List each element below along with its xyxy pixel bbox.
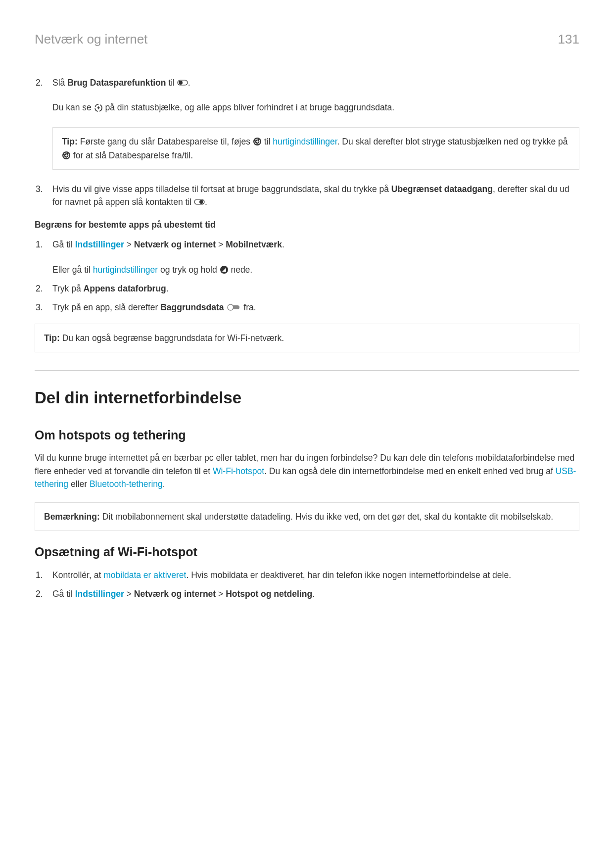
quick-settings-link[interactable]: hurtigindstillinger	[93, 265, 158, 275]
list-number: 2.	[35, 587, 52, 600]
text: . Du kan også dele din internetforbindel…	[264, 466, 556, 476]
text: Første gang du slår Databesparelse til, …	[78, 137, 253, 146]
text: Du kan se	[52, 102, 94, 112]
bluetooth-tethering-link[interactable]: Bluetooth-tethering	[90, 479, 163, 489]
text: >	[124, 240, 134, 249]
text: fra.	[241, 302, 256, 312]
list-number: 2.	[35, 76, 52, 114]
text: .	[205, 197, 207, 207]
ordered-list-2: 1. Gå til Indstillinger > Netværk og int…	[35, 238, 579, 314]
text: Gå til	[52, 589, 75, 599]
text: Eller gå til	[52, 265, 93, 275]
list-content: Gå til Indstillinger > Netværk og intern…	[52, 587, 579, 600]
bold-text: Netværk og internet	[134, 589, 216, 599]
list-content: Tryk på Appens dataforbrug.	[52, 282, 579, 295]
text: >	[124, 589, 134, 599]
bold-text: Ubegrænset dataadgang	[391, 184, 493, 194]
list-number: 3.	[35, 301, 52, 314]
list-content: Gå til Indstillinger > Netværk og intern…	[52, 238, 579, 276]
list-content: Kontrollér, at mobildata er aktiveret. H…	[52, 569, 579, 581]
text: . Hvis mobildata er deaktiveret, har din…	[186, 570, 511, 580]
list-item: 2. Tryk på Appens dataforbrug.	[35, 282, 579, 295]
svg-point-1	[179, 81, 183, 85]
text: Hvis du vil give visse apps tilladelse t…	[52, 184, 391, 194]
sub-paragraph: Eller gå til hurtigindstillinger og tryk…	[52, 263, 579, 276]
text: . Du skal derefter blot stryge statusbjæ…	[337, 137, 568, 146]
toggle-on-icon	[194, 198, 205, 205]
tip-callout: Tip: Første gang du slår Databesparelse …	[52, 127, 579, 170]
ordered-list-1: 2. Slå Brug Datasparefunktion til . Du k…	[35, 76, 579, 114]
text: til	[262, 137, 273, 146]
tip-label: Tip:	[44, 333, 60, 343]
toggle-off-icon	[226, 303, 241, 311]
page-number: 131	[558, 30, 579, 49]
bold-text: Hotspot og netdeling	[226, 589, 312, 599]
ordered-list-1b: 3. Hvis du vil give visse apps tilladels…	[35, 183, 579, 209]
list-item: 3. Hvis du vil give visse apps tilladels…	[35, 183, 579, 209]
note-label: Bemærkning:	[44, 512, 100, 522]
text: Kontrollér, at	[52, 570, 103, 580]
svg-point-12	[228, 305, 233, 310]
heading-1: Del din internetforbindelse	[35, 386, 579, 410]
data-saver-circle-icon	[62, 151, 71, 160]
text: >	[216, 589, 226, 599]
text: Du kan også begrænse baggrundsdata for W…	[60, 333, 284, 343]
heading-2: Opsætning af Wi-Fi-hotspot	[35, 543, 579, 562]
text: .	[282, 240, 284, 249]
list-item: 2. Slå Brug Datasparefunktion til . Du k…	[35, 76, 579, 114]
text: Slå	[52, 78, 67, 88]
text: >	[216, 240, 226, 249]
bold-text: Baggrundsdata	[160, 302, 224, 312]
page-header: Netværk og internet 131	[35, 30, 579, 49]
list-content: Slå Brug Datasparefunktion til . Du kan …	[52, 76, 579, 114]
data-saver-circle-icon	[253, 137, 262, 146]
settings-link[interactable]: Indstillinger	[75, 589, 124, 599]
list-item: 3. Tryk på en app, slå derefter Baggrund…	[35, 301, 579, 314]
quick-settings-link[interactable]: hurtigindstillinger	[273, 137, 337, 146]
section-subheading: Begræns for bestemte apps på ubestemt ti…	[35, 218, 579, 231]
text: for at slå Databesparelse fra/til.	[71, 150, 193, 160]
list-content: Tryk på en app, slå derefter Baggrundsda…	[52, 301, 579, 314]
bold-text: Appens dataforbrug	[84, 284, 166, 293]
text: .	[312, 589, 315, 599]
text: til	[166, 78, 177, 88]
heading-2: Om hotspots og tethering	[35, 426, 579, 445]
ordered-list-3: 1. Kontrollér, at mobildata er aktiveret…	[35, 569, 579, 601]
note-callout: Bemærkning: Dit mobilabonnement skal und…	[35, 502, 579, 531]
text: .	[163, 479, 165, 489]
bold-text: Mobilnetværk	[226, 240, 282, 249]
tip-label: Tip:	[62, 137, 78, 146]
text: eller	[68, 479, 90, 489]
paragraph: Vil du kunne bruge internettet på en bær…	[35, 451, 579, 490]
list-number: 2.	[35, 282, 52, 295]
text: Dit mobilabonnement skal understøtte dat…	[100, 512, 553, 522]
header-title: Netværk og internet	[35, 30, 147, 49]
text: og tryk og hold	[158, 265, 220, 275]
sub-paragraph: Du kan se på din statusbjælke, og alle a…	[52, 101, 579, 114]
text: Tryk på	[52, 284, 84, 293]
list-item: 1. Gå til Indstillinger > Netværk og int…	[35, 238, 579, 276]
bold-text: Brug Datasparefunktion	[67, 78, 166, 88]
data-saver-icon	[94, 103, 103, 112]
wifi-hotspot-link[interactable]: Wi-Fi-hotspot	[213, 466, 264, 476]
list-number: 1.	[35, 569, 52, 581]
mobile-data-link[interactable]: mobildata er aktiveret	[103, 570, 186, 580]
toggle-on-icon	[177, 79, 188, 86]
settings-link[interactable]: Indstillinger	[75, 240, 124, 249]
text: .	[188, 78, 190, 88]
text: på din statusbjælke, og alle apps bliver…	[103, 102, 395, 112]
text: .	[166, 284, 169, 293]
list-item: 1. Kontrollér, at mobildata er aktiveret…	[35, 569, 579, 581]
signal-circle-icon	[220, 265, 229, 274]
list-content: Hvis du vil give visse apps tilladelse t…	[52, 183, 579, 209]
list-item: 2. Gå til Indstillinger > Netværk og int…	[35, 587, 579, 600]
text: Gå til	[52, 240, 75, 249]
text: Tryk på en app, slå derefter	[52, 302, 160, 312]
text: nede.	[229, 265, 253, 275]
list-number: 1.	[35, 238, 52, 276]
svg-point-8	[199, 200, 203, 204]
tip-callout: Tip: Du kan også begrænse baggrundsdata …	[35, 324, 579, 352]
bold-text: Netværk og internet	[134, 240, 216, 249]
divider	[35, 370, 579, 371]
list-number: 3.	[35, 183, 52, 209]
